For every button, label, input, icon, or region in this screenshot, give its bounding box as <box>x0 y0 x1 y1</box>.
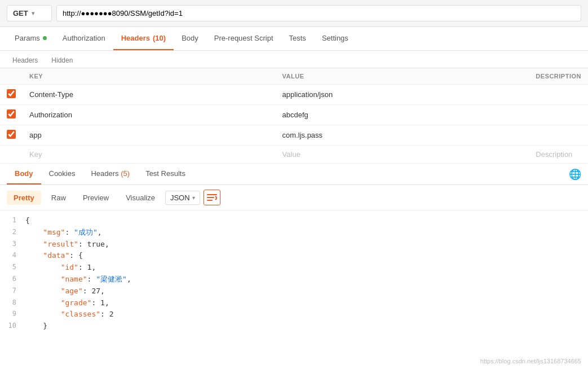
response-extra: 🌐 <box>569 168 581 181</box>
tab-body-label: Body <box>182 34 198 42</box>
format-raw[interactable]: Raw <box>45 191 73 205</box>
format-type-chevron: ▾ <box>192 195 195 201</box>
row-3-value: com.ljs.pass <box>276 125 529 146</box>
row-3-checkbox[interactable] <box>7 130 16 139</box>
headers-table-wrapper: KEY VALUE DESCRIPTION Content-Type appli… <box>0 68 588 164</box>
row-1-desc <box>529 85 588 105</box>
svg-rect-2 <box>207 200 213 201</box>
response-tab-headers[interactable]: Headers (5) <box>83 164 138 184</box>
code-line: 9 "classes": 2 <box>0 309 588 320</box>
tab-params-label: Params <box>15 34 40 42</box>
code-line: 5 "id": 1, <box>0 262 588 274</box>
headers-count: (10) <box>153 34 166 42</box>
code-line: 10 } <box>0 320 588 332</box>
code-line: 11} <box>0 332 588 335</box>
table-row: app com.ljs.pass <box>0 125 588 146</box>
tab-tests[interactable]: Tests <box>281 27 314 50</box>
tab-pre-request-label: Pre-request Script <box>214 34 273 42</box>
row-1-checkbox[interactable] <box>7 89 16 98</box>
method-select[interactable]: GET ▾ <box>7 5 52 21</box>
code-line: 4 "data": { <box>0 250 588 262</box>
code-line: 6 "name": "梁健淞", <box>0 274 588 285</box>
response-tab-body[interactable]: Body <box>7 164 41 184</box>
col-desc-header: DESCRIPTION <box>529 68 588 85</box>
headers-table: KEY VALUE DESCRIPTION Content-Type appli… <box>0 68 588 164</box>
tab-pre-request[interactable]: Pre-request Script <box>206 27 281 50</box>
code-line: 7 "age": 27, <box>0 285 588 297</box>
row-2-value: abcdefg <box>276 105 529 125</box>
svg-rect-0 <box>207 194 217 195</box>
response-tab-cookies[interactable]: Cookies <box>41 164 83 184</box>
tab-body[interactable]: Body <box>174 27 206 50</box>
placeholder-key[interactable]: Key <box>23 146 276 164</box>
response-headers-count: (5) <box>121 169 130 178</box>
col-value-header: VALUE <box>276 68 529 85</box>
placeholder-desc[interactable]: Description <box>529 146 588 164</box>
row-1-key: Content-Type <box>23 85 276 105</box>
row-2-checkbox[interactable] <box>7 109 16 118</box>
tab-settings-label: Settings <box>322 34 348 42</box>
url-input[interactable] <box>56 5 581 21</box>
row-2-key: Authorization <box>23 105 276 125</box>
method-chevron: ▾ <box>32 10 34 16</box>
request-tabs: Params Authorization Headers (10) Body P… <box>0 27 588 51</box>
col-check-header <box>0 68 23 85</box>
method-label: GET <box>13 9 28 17</box>
tab-headers-label: Headers <box>121 34 150 42</box>
row-2-desc <box>529 105 588 125</box>
code-line: 3 "result": true, <box>0 239 588 251</box>
tab-settings[interactable]: Settings <box>314 27 356 50</box>
format-preview[interactable]: Preview <box>76 191 116 205</box>
params-dot <box>43 36 47 40</box>
format-pretty[interactable]: Pretty <box>7 191 41 205</box>
sub-nav-hidden[interactable]: Hidden <box>46 54 78 68</box>
response-tab-test-results[interactable]: Test Results <box>138 164 193 184</box>
tab-authorization-label: Authorization <box>63 34 105 42</box>
response-tabs: Body Cookies Headers (5) Test Results 🌐 <box>0 164 588 185</box>
format-type-label: JSON <box>170 194 190 202</box>
row-3-desc <box>529 125 588 146</box>
svg-rect-1 <box>207 197 214 198</box>
col-key-header: KEY <box>23 68 276 85</box>
wrap-icon[interactable] <box>204 190 220 205</box>
url-bar: GET ▾ <box>0 0 588 27</box>
row-3-key: app <box>23 125 276 146</box>
tab-authorization[interactable]: Authorization <box>55 27 113 50</box>
placeholder-value[interactable]: Value <box>276 146 529 164</box>
format-type-select[interactable]: JSON ▾ <box>165 191 200 205</box>
sub-nav-headers[interactable]: Headers <box>7 54 43 68</box>
globe-icon[interactable]: 🌐 <box>569 168 581 181</box>
format-bar: Pretty Raw Preview Visualize JSON ▾ <box>0 185 588 210</box>
row-1-value: application/json <box>276 85 529 105</box>
table-row: Content-Type application/json <box>0 85 588 105</box>
code-line: 1{ <box>0 215 588 227</box>
code-line: 8 "grade": 1, <box>0 297 588 309</box>
tab-headers[interactable]: Headers (10) <box>113 27 174 50</box>
format-visualize[interactable]: Visualize <box>119 191 162 205</box>
placeholder-row: Key Value Description <box>0 146 588 164</box>
code-area: 1{2 "msg": "成功",3 "result": true,4 "data… <box>0 210 588 335</box>
headers-sub-nav: Headers Hidden <box>0 51 588 68</box>
tab-params[interactable]: Params <box>7 27 55 50</box>
tab-tests-label: Tests <box>289 34 306 42</box>
table-row: Authorization abcdefg <box>0 105 588 125</box>
code-line: 2 "msg": "成功", <box>0 227 588 239</box>
